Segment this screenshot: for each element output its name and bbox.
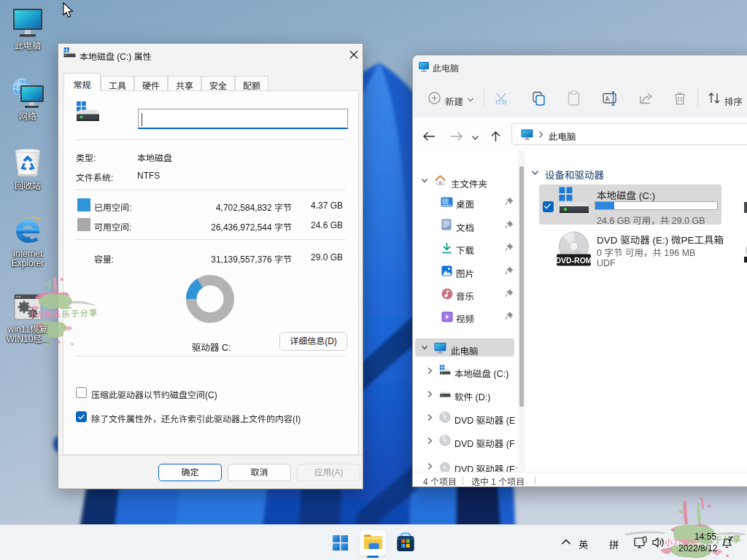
svg-text:A: A [605,96,610,103]
svg-text:乐于分享: 乐于分享 [61,306,98,319]
svg-text:小刀娱乐: 小刀娱乐 [28,308,61,319]
svg-text:DVD-ROM: DVD-ROM [557,256,591,265]
